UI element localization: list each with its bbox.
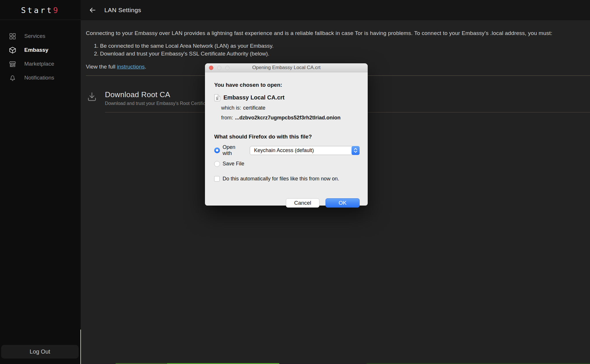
steps-list: Be connected to the same Local Area Netw… [86,42,590,58]
save-file-row: Save File [214,161,360,167]
save-file-radio[interactable] [214,161,220,167]
step-item: Download and trust your Embassy's SSL Ce… [100,50,590,58]
open-with-select[interactable]: Keychain Access (default) [250,146,360,155]
which-is-row: which is: certificate [221,105,360,111]
instructions-link[interactable]: instructions [117,64,145,70]
sidebar-item-embassy[interactable]: Embassy [0,43,81,57]
cube-icon [9,46,16,54]
sidebar-nav: Services Embassy Marketplace Notificatio… [0,29,81,85]
open-with-selected-value: Keychain Access (default) [254,147,314,154]
download-icon [87,91,97,102]
save-file-label: Save File [223,161,244,167]
file-row: Embassy Local CA.crt [214,94,360,101]
sidebar-item-label: Embassy [24,47,48,53]
logo-accent: 9 [53,6,60,15]
sidebar-item-label: Notifications [24,75,54,81]
dialog-buttons: Cancel OK [286,198,360,208]
which-is-label: which is: [221,105,241,111]
close-window-icon[interactable] [209,66,213,70]
remember-label: Do this automatically for files like thi… [223,176,339,182]
sidebar-item-label: Marketplace [24,61,54,67]
opening-file-dialog: Opening Embassy Local CA.crt You have ch… [205,63,368,206]
certificate-file-icon [214,94,220,101]
view-full-suffix: . [145,64,146,70]
sidebar-item-marketplace[interactable]: Marketplace [0,57,81,71]
cancel-label: Cancel [294,200,311,206]
screen: Start9 Services Embassy Marketplace [0,0,590,364]
file-name: Embassy Local CA.crt [223,94,284,101]
from-label: from: [221,115,233,121]
sidebar-item-label: Services [24,33,45,39]
logout-button[interactable]: Log Out [1,345,79,359]
bell-icon [9,74,16,82]
grid-icon [9,32,16,40]
open-with-radio[interactable] [214,147,220,153]
arrow-left-icon [89,6,96,14]
cancel-button[interactable]: Cancel [286,198,319,208]
zoom-window-icon [225,66,230,70]
chevron-up-down-icon [352,146,360,155]
dialog-body: You have chosen to open: Embassy Local C… [205,82,368,215]
back-button[interactable] [88,5,97,15]
app-logo: Start9 [0,0,81,15]
from-value: ...dzbvo2kcrz7ugmpcbs52f3rh2tlriad.onion [235,115,341,121]
logo-divider [0,20,81,20]
from-row: from: ...dzbvo2kcrz7ugmpcbs52f3rh2tlriad… [221,115,360,121]
chosen-heading: You have chosen to open: [214,82,360,88]
open-with-row: Open with Keychain Access (default) [214,144,360,156]
view-full-prefix: View the full [86,64,117,70]
which-is-value: certificate [243,105,265,111]
sidebar-item-services[interactable]: Services [0,29,81,43]
remember-checkbox[interactable] [214,176,220,182]
intro-paragraph: Connecting to your Embassy over LAN prov… [86,30,590,36]
remember-row: Do this automatically for files like thi… [214,176,360,182]
open-with-label: Open with [223,144,246,156]
minimize-window-icon [217,66,221,70]
window-controls [209,66,230,70]
storefront-icon [9,60,16,68]
ok-button[interactable]: OK [325,198,360,208]
sidebar-edge-highlight [80,330,81,364]
page-title: LAN Settings [104,7,141,14]
logout-label: Log Out [29,348,50,355]
file-meta: which is: certificate from: ...dzbvo2kcr… [221,105,360,121]
sidebar: Start9 Services Embassy Marketplace [0,0,81,364]
dialog-titlebar[interactable]: Opening Embassy Local CA.crt [205,63,368,72]
step-item: Be connected to the same Local Area Netw… [100,42,590,50]
dialog-title: Opening Embassy Local CA.crt [252,65,320,71]
firefox-question: What should Firefox do with this file? [214,134,360,140]
sidebar-item-notifications[interactable]: Notifications [0,71,81,85]
header: LAN Settings [81,0,590,20]
logo-text: Start [21,6,53,15]
ok-label: OK [339,200,346,206]
